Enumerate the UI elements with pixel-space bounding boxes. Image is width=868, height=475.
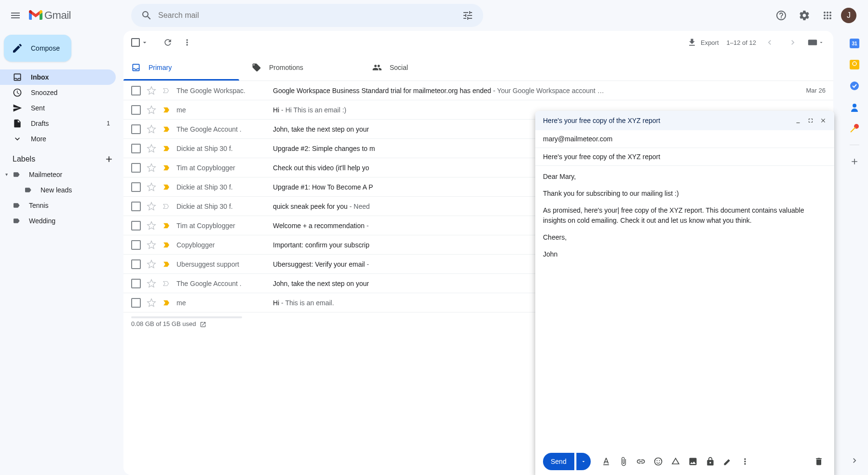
fullscreen-button[interactable]	[807, 117, 814, 124]
important-marker-icon[interactable]	[162, 183, 171, 191]
sidebar: Compose InboxSnoozedSentDrafts1More Labe…	[0, 31, 123, 475]
hide-side-panel-button[interactable]	[850, 456, 859, 465]
nav-item-snoozed[interactable]: Snoozed	[0, 85, 116, 100]
more-options-button[interactable]	[737, 454, 753, 469]
minimize-icon	[795, 117, 801, 124]
apps-button[interactable]	[818, 6, 837, 25]
get-addons-button[interactable]	[850, 157, 859, 166]
search-options-button[interactable]	[456, 4, 479, 27]
calendar-addon[interactable]: 31	[850, 39, 859, 48]
discard-button[interactable]	[811, 454, 827, 469]
important-marker-icon[interactable]	[162, 125, 171, 134]
row-checkbox[interactable]	[131, 259, 141, 269]
open-in-new-icon[interactable]	[200, 321, 206, 328]
tab-promotions[interactable]: Promotions	[244, 54, 365, 81]
refresh-button[interactable]	[158, 33, 177, 52]
star-button[interactable]	[147, 221, 156, 231]
star-button[interactable]	[147, 163, 156, 173]
contacts-addon[interactable]	[850, 102, 859, 112]
input-tools-button[interactable]	[806, 33, 826, 52]
select-all[interactable]	[131, 38, 149, 47]
prev-page-button[interactable]	[760, 33, 779, 52]
star-button[interactable]	[147, 240, 156, 250]
compose-button[interactable]: Compose	[4, 35, 71, 62]
row-checkbox[interactable]	[131, 105, 141, 115]
important-marker-icon[interactable]	[162, 260, 171, 269]
nav-item-inbox[interactable]: Inbox	[0, 69, 116, 85]
important-marker-icon[interactable]	[162, 221, 171, 230]
row-checkbox[interactable]	[131, 124, 141, 134]
star-button[interactable]	[147, 144, 156, 153]
row-checkbox[interactable]	[131, 144, 141, 153]
label-item[interactable]: Mailmeteor	[0, 167, 123, 182]
email-row[interactable]: The Google Workspac. Google Workspace Bu…	[123, 81, 833, 100]
account-avatar[interactable]: J	[841, 8, 856, 23]
minimize-button[interactable]	[795, 117, 801, 124]
row-checkbox[interactable]	[131, 86, 141, 95]
important-marker-icon[interactable]	[162, 299, 171, 307]
row-checkbox[interactable]	[131, 279, 141, 288]
star-button[interactable]	[147, 105, 156, 115]
mailmeteor-addon[interactable]	[850, 123, 859, 133]
search-button[interactable]	[135, 4, 158, 27]
star-button[interactable]	[147, 124, 156, 134]
add-label-icon[interactable]	[104, 154, 114, 164]
important-marker-icon[interactable]	[162, 106, 171, 114]
send-button[interactable]: Send	[543, 453, 574, 470]
keep-addon[interactable]	[850, 60, 859, 69]
star-button[interactable]	[147, 86, 156, 95]
star-button[interactable]	[147, 298, 156, 308]
image-button[interactable]	[685, 454, 701, 469]
important-marker-icon[interactable]	[162, 279, 171, 288]
more-button[interactable]	[177, 33, 197, 52]
nav-item-drafts[interactable]: Drafts1	[0, 116, 116, 131]
row-checkbox[interactable]	[131, 202, 141, 211]
star-icon	[147, 124, 156, 134]
tab-social[interactable]: Social	[365, 54, 485, 81]
gmail-logo[interactable]: Gmail	[29, 9, 71, 22]
label-item[interactable]: Tennis	[0, 198, 123, 213]
star-button[interactable]	[147, 279, 156, 288]
search-bar[interactable]	[131, 4, 483, 27]
compose-header[interactable]: Here's your free copy of the XYZ report	[535, 111, 834, 130]
export-button[interactable]: Export	[683, 38, 723, 47]
nav-label: Inbox	[31, 73, 49, 81]
support-button[interactable]	[772, 6, 791, 25]
main-menu-button[interactable]	[4, 4, 27, 27]
attach-button[interactable]	[616, 454, 631, 469]
nav-item-more[interactable]: More	[0, 131, 116, 147]
compose-subject-field[interactable]: Here's your free copy of the XYZ report	[535, 148, 834, 166]
next-page-button[interactable]	[783, 33, 802, 52]
important-marker-icon[interactable]	[162, 241, 171, 249]
formatting-button[interactable]	[598, 454, 614, 469]
row-checkbox[interactable]	[131, 240, 141, 250]
drive-button[interactable]	[668, 454, 683, 469]
important-marker-icon[interactable]	[162, 202, 171, 211]
star-button[interactable]	[147, 202, 156, 211]
close-compose-button[interactable]	[820, 117, 827, 124]
star-button[interactable]	[147, 182, 156, 192]
label-item[interactable]: New leads	[0, 182, 123, 198]
send-options-button[interactable]	[576, 453, 591, 470]
link-button[interactable]	[633, 454, 649, 469]
row-checkbox[interactable]	[131, 182, 141, 192]
tasks-addon[interactable]	[850, 81, 859, 91]
important-marker-icon[interactable]	[162, 163, 171, 172]
star-button[interactable]	[147, 259, 156, 269]
tab-primary[interactable]: Primary	[123, 54, 244, 81]
compose-to-field[interactable]: mary@mailmeteor.com	[535, 130, 834, 148]
row-checkbox[interactable]	[131, 221, 141, 231]
important-marker-icon[interactable]	[162, 86, 171, 95]
search-input[interactable]	[158, 11, 456, 20]
emoji-button[interactable]	[651, 454, 666, 469]
compose-body[interactable]: Dear Mary,Thank you for subscribing to o…	[535, 166, 834, 448]
compose-footer: Send	[535, 448, 834, 475]
important-marker-icon[interactable]	[162, 144, 171, 153]
signature-button[interactable]	[720, 454, 735, 469]
label-item[interactable]: Wedding	[0, 213, 123, 229]
settings-button[interactable]	[795, 6, 814, 25]
row-checkbox[interactable]	[131, 163, 141, 173]
nav-item-sent[interactable]: Sent	[0, 100, 116, 116]
confidential-button[interactable]	[703, 454, 718, 469]
row-checkbox[interactable]	[131, 298, 141, 308]
